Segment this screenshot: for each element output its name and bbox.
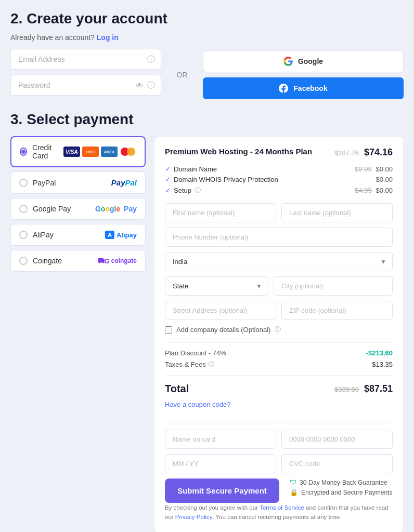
submit-btn-wrap: Submit Secure Payment: [165, 478, 279, 503]
privacy-link[interactable]: Privacy Policy: [175, 514, 213, 520]
feature-domain: ✓ Domain Name $9.99 $0.00: [165, 165, 393, 173]
radio-gpay: [19, 205, 28, 213]
zip-input[interactable]: [281, 301, 393, 320]
tos-link[interactable]: Terms of Service: [260, 504, 304, 511]
total-row: Total $339.56 $87.51: [165, 383, 393, 395]
state-select[interactable]: State: [165, 276, 268, 296]
last-name-input[interactable]: [281, 203, 393, 222]
credit-card-logos: VISA DISC AMEX: [63, 147, 136, 157]
submit-row: Submit Secure Payment 🛡 30-Day Money-Bac…: [165, 478, 393, 503]
lock-icon: 🔒: [290, 488, 298, 496]
feature-whois-price: $0.00: [376, 176, 393, 183]
google-icon: [283, 57, 293, 66]
gpay-label: Google Pay: [33, 205, 71, 213]
total-original-price: $339.56: [334, 385, 359, 393]
radio-credit-card: [20, 148, 27, 156]
secure-text: Encrypted and Secure Payments: [301, 489, 392, 496]
check-icon-domain: ✓: [165, 165, 171, 173]
feature-whois: ✓ Domain WHOIS Privacy Protection $0.00: [165, 176, 393, 183]
taxes-label: Taxes & Fees ⓘ: [165, 360, 214, 369]
help-icon-password[interactable]: ⓘ: [147, 81, 155, 90]
email-wrap: ⓘ: [10, 49, 161, 70]
name-row: [165, 203, 393, 222]
payment-method-gpay[interactable]: Google Pay Google Pay: [10, 198, 146, 220]
feature-setup: ✓ Setup ⓘ $4.99 $0.00: [165, 186, 393, 195]
alipay-label: AliPay: [33, 231, 54, 239]
facebook-icon: [279, 84, 288, 93]
company-checkbox-row: Add company details (Optional) ⓘ: [165, 325, 393, 334]
credit-card-label: Credit Card: [32, 143, 63, 160]
payment-methods: Credit Card VISA DISC AMEX PayPal PayPal: [10, 136, 146, 272]
cvc-input[interactable]: [281, 454, 393, 473]
eye-icon[interactable]: 👁: [136, 81, 144, 90]
company-info-icon[interactable]: ⓘ: [275, 325, 281, 334]
coupon-link[interactable]: Have a coupon code?: [165, 401, 230, 408]
section3-title: 3. Select payment: [10, 111, 404, 128]
total-price-group: $339.56 $87.51: [334, 383, 393, 394]
expiry-input[interactable]: [165, 454, 276, 473]
coingate-logo: ⛟G coingate: [98, 257, 137, 265]
gpay-logo: Google Pay: [95, 205, 137, 213]
first-name-input[interactable]: [165, 203, 276, 222]
radio-coingate: [19, 257, 28, 265]
discover-logo: DISC: [82, 147, 99, 157]
feature-whois-name: Domain WHOIS Privacy Protection: [174, 176, 278, 183]
facebook-signin-button[interactable]: Facebook: [203, 77, 404, 99]
feature-domain-name: Domain Name: [174, 165, 217, 173]
payment-method-credit-card[interactable]: Credit Card VISA DISC AMEX: [10, 136, 146, 167]
payment-method-paypal[interactable]: PayPal PayPal: [10, 171, 146, 194]
submit-payment-button[interactable]: Submit Secure Payment: [165, 478, 279, 503]
country-select[interactable]: India United States United Kingdom: [165, 252, 393, 271]
payment-method-coingate[interactable]: Coingate ⛟G coingate: [10, 250, 146, 272]
street-input[interactable]: [165, 301, 276, 320]
amex-logo: AMEX: [101, 147, 118, 157]
guarantee-text: 30-Day Money-Back Guarantee: [300, 479, 387, 486]
payment-layout: Credit Card VISA DISC AMEX PayPal PayPal: [10, 136, 404, 532]
plan-current-price: $74.16: [364, 147, 393, 157]
plan-header: Premium Web Hosting - 24 Months Plan $28…: [165, 147, 393, 158]
secure-item: 🔒 Encrypted and Secure Payments: [290, 488, 392, 496]
company-checkbox[interactable]: [165, 326, 172, 334]
paypal-label: PayPal: [33, 179, 56, 187]
payment-method-alipay[interactable]: AliPay A Alipay: [10, 224, 146, 246]
name-on-card-input[interactable]: [165, 430, 276, 449]
account-fields: ⓘ 👁 ⓘ: [10, 49, 161, 101]
state-city-row: State ▼: [165, 276, 393, 296]
card-form: Submit Secure Payment 🛡 30-Day Money-Bac…: [165, 430, 393, 522]
discount-value: -$213.60: [366, 349, 393, 357]
check-icon-setup: ✓: [165, 187, 171, 194]
security-info: 🛡 30-Day Money-Back Guarantee 🔒 Encrypte…: [290, 478, 392, 496]
coingate-label: Coingate: [33, 257, 62, 265]
social-buttons: Google Facebook: [203, 50, 404, 99]
card-expiry-cvc-row: [165, 454, 393, 473]
login-link[interactable]: Log in: [97, 33, 119, 42]
city-input[interactable]: [274, 276, 393, 296]
feature-domain-price: $9.99 $0.00: [355, 165, 393, 173]
plan-name: Premium Web Hosting - 24 Months Plan: [165, 147, 312, 156]
help-icon-email[interactable]: ⓘ: [147, 55, 155, 64]
or-divider: OR: [161, 71, 203, 79]
discount-label: Plan Discount - 74%: [165, 349, 226, 357]
account-row: ⓘ 👁 ⓘ OR Google: [10, 49, 404, 101]
country-row: India United States United Kingdom ▼: [165, 252, 393, 271]
setup-info-icon[interactable]: ⓘ: [195, 186, 201, 195]
phone-input[interactable]: [165, 228, 393, 247]
country-select-wrap: India United States United Kingdom ▼: [165, 252, 393, 271]
guarantee-icon: 🛡: [290, 478, 296, 486]
plan-price-group: $287.76 $74.16: [334, 147, 393, 158]
taxes-info-icon[interactable]: ⓘ: [208, 360, 214, 369]
password-wrap: 👁 ⓘ: [10, 75, 161, 96]
mastercard-logo: [120, 147, 136, 157]
total-current-price: $87.51: [364, 383, 393, 394]
card-name-number-row: [165, 430, 393, 449]
google-button-label: Google: [298, 57, 323, 65]
terms-text: By checking out you agree with our Terms…: [165, 503, 393, 522]
radio-paypal: [19, 179, 28, 187]
taxes-row: Taxes & Fees ⓘ $13.35: [165, 360, 393, 369]
alipay-logo: A Alipay: [105, 231, 137, 239]
company-label[interactable]: Add company details (Optional): [176, 326, 270, 334]
radio-alipay: [19, 231, 28, 239]
card-number-input[interactable]: [281, 430, 393, 449]
email-input[interactable]: [10, 49, 161, 70]
google-signin-button[interactable]: Google: [203, 50, 404, 72]
